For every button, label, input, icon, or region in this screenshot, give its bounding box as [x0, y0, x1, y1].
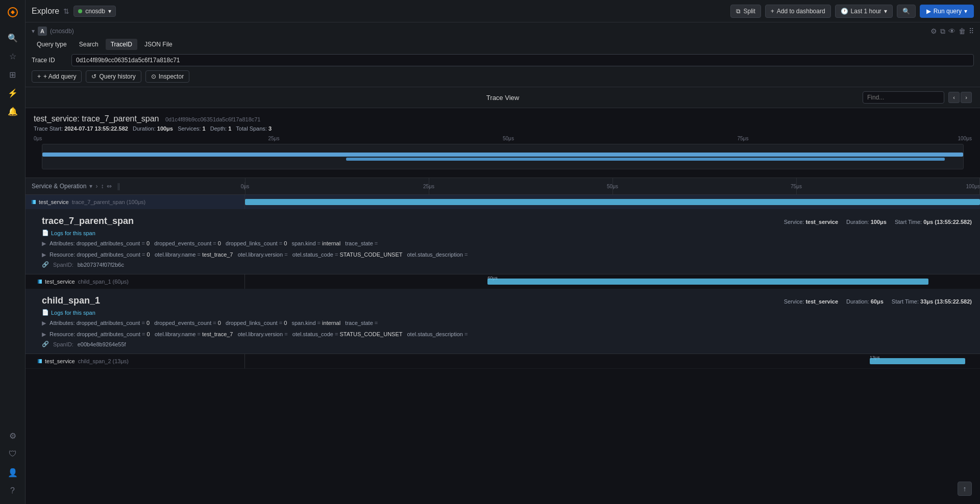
sidebar-item-starred[interactable]: ☆	[5, 48, 21, 64]
query-row-actions: ⚙ ⧉ 👁 🗑 ⠿	[930, 27, 974, 36]
span-attrs-1: ▶ Attributes: dropped_attributes_count =…	[42, 239, 972, 248]
span-op-3: child_span_2 (13μs)	[78, 358, 129, 364]
resize-icon[interactable]: ⇔	[107, 183, 112, 190]
span-svc-2: test_service	[45, 279, 75, 285]
meta-duration-val-1: 100μs	[871, 219, 887, 225]
span-color-3	[38, 359, 42, 363]
trace-id-row: Trace ID	[32, 54, 974, 66]
attrs-expand-2[interactable]: ▶	[42, 320, 46, 326]
depth-value: 1	[228, 125, 231, 132]
attrs-label-2: Attributes:	[50, 320, 75, 326]
expand-one-icon[interactable]: ›	[95, 183, 97, 190]
query-drag-icon[interactable]: ⠿	[969, 27, 974, 36]
find-next-button[interactable]: ›	[961, 92, 972, 103]
ruler-75: 75μs	[738, 136, 749, 141]
span-op-1: trace_7_parent_span (100μs)	[72, 199, 146, 205]
zoom-out-button[interactable]: 🔍	[897, 5, 916, 18]
tab-json-file[interactable]: JSON File	[139, 39, 178, 50]
span-row-3[interactable]: test_service child_span_2 (13μs) 13μs	[26, 354, 980, 369]
resource-expand-1[interactable]: ▶	[42, 251, 46, 258]
span-resource-2: ▶ Resource: dropped_attributes_count = 0…	[42, 330, 972, 339]
tab-trace-id[interactable]: TraceID	[106, 39, 137, 50]
query-history-button[interactable]: ↺ Query history	[86, 70, 141, 83]
span-label-col-3: test_service child_span_2 (13μs)	[26, 354, 245, 368]
tab-search[interactable]: Search	[74, 39, 104, 50]
span-detail-header-2: child_span_1 Service: test_service Durat…	[42, 295, 972, 306]
attrs-fields-2: dropped_attributes_count = 0 dropped_eve…	[77, 320, 378, 326]
trace-id-input[interactable]	[71, 54, 974, 66]
span-id-row-2: 🔗 SpanID: e00b4e8b9264e55f	[42, 341, 972, 347]
logs-link-1[interactable]: 📄 Logs for this span	[42, 230, 972, 236]
datasource-indicator	[78, 9, 82, 13]
run-query-button[interactable]: ▶ Run query ▾	[920, 5, 974, 18]
sidebar-item-dashboards[interactable]: ⊞	[5, 66, 21, 83]
share-icon[interactable]: ⇅	[63, 7, 69, 15]
expand-all-icon[interactable]: ↕	[101, 183, 104, 190]
inspector-button[interactable]: ⊙ Inspector	[145, 70, 189, 83]
attrs-label-1: Attributes:	[50, 240, 75, 246]
services-value: 1	[202, 125, 205, 132]
span-svc-3: test_service	[45, 358, 75, 364]
query-letter: A	[38, 27, 47, 36]
span-row-1[interactable]: test_service trace_7_parent_span (100μs)	[26, 195, 980, 210]
tab-query-type[interactable]: Query type	[32, 39, 72, 50]
trace-id-badge: 0d1c4f89b9cc06351da5c6f17a818c71	[165, 116, 261, 122]
sidebar-item-settings[interactable]: ⚙	[5, 427, 21, 444]
duration-value: 100μs	[157, 125, 173, 132]
time-range-chevron: ▾	[884, 8, 887, 15]
minimap-bar-2	[346, 158, 898, 161]
svc-op-text: Service & Operation	[32, 183, 86, 190]
sidebar-item-shield[interactable]: 🛡	[5, 446, 21, 462]
query-settings-icon[interactable]: ⚙	[930, 27, 937, 36]
span-row-2[interactable]: test_service child_span_1 (60μs) 60μs	[26, 274, 980, 289]
add-dashboard-label: Add to dashboard	[777, 8, 825, 15]
datasource-selector[interactable]: cnosdb ▾	[74, 6, 116, 17]
sidebar-item-help[interactable]: ?	[5, 483, 21, 499]
collapse-all-icon[interactable]: ▾	[89, 183, 92, 190]
attrs-expand-1[interactable]: ▶	[42, 240, 46, 246]
add-dashboard-button[interactable]: + Add to dashboard	[765, 5, 831, 18]
add-query-button[interactable]: + + Add query	[32, 70, 82, 83]
inspector-label: Inspector	[159, 73, 184, 80]
meta-duration-label-2: Duration: 60μs	[846, 298, 884, 305]
scroll-to-top-button[interactable]: ↑	[958, 482, 972, 496]
logs-link-2[interactable]: 📄 Logs for this span	[42, 309, 972, 316]
split-button[interactable]: ⧉ Split	[730, 5, 761, 18]
sidebar-item-user[interactable]: 👤	[5, 464, 21, 481]
sidebar: 🔍 ☆ ⊞ ⚡ 🔔 ⚙ 🛡 👤 ?	[0, 0, 26, 504]
app-title: Explore	[32, 7, 59, 16]
span-timeline-3: 13μs	[245, 354, 980, 368]
minimap-bar-1	[42, 153, 963, 157]
link-icon-1: 🔗	[42, 261, 49, 268]
main-content: Explore ⇅ cnosdb ▾ ⧉ Split + Add to dash…	[26, 0, 980, 504]
query-history-label: Query history	[99, 73, 135, 80]
meta-starttime-val-2: 33μs (13:55:22.582)	[920, 298, 972, 305]
add-dashboard-icon: +	[771, 8, 774, 15]
resource-expand-2[interactable]: ▶	[42, 331, 46, 337]
span-detail-header-1: trace_7_parent_span Service: test_servic…	[42, 216, 972, 226]
meta-service-label-1: Service: test_service	[784, 219, 838, 225]
timeline-ticks: 0μs 25μs 50μs 75μs 100μs	[245, 178, 980, 195]
tick-100: 100μs	[966, 184, 980, 189]
span-timeline-2: 60μs	[245, 274, 980, 289]
run-query-label: Run query	[934, 8, 962, 15]
depth-label: Depth:	[210, 125, 227, 132]
trace-view: Trace View ‹ › test_service: trace_7_par…	[26, 87, 980, 504]
trace-find-input[interactable]	[863, 91, 944, 104]
query-panel: ▾ A (cnosdb) ⚙ ⧉ 👁 🗑 ⠿ Query type Search…	[26, 22, 980, 87]
run-query-chevron: ▾	[964, 8, 967, 15]
trace-start-label: Trace Start:	[34, 125, 63, 132]
span-id-label-1: SpanID:	[53, 262, 74, 268]
collapse-icon[interactable]: ▾	[32, 28, 35, 35]
trace-view-header-bar: Trace View ‹ ›	[26, 87, 980, 108]
resource-fields-2: dropped_attributes_count = 0 otel.librar…	[77, 331, 468, 337]
sidebar-item-alerts[interactable]: 🔔	[5, 103, 21, 119]
find-prev-button[interactable]: ‹	[948, 92, 960, 103]
sidebar-item-search[interactable]: 🔍	[5, 30, 21, 46]
query-duplicate-icon[interactable]: ⧉	[940, 27, 945, 36]
divider: ‖	[117, 182, 120, 190]
query-eye-icon[interactable]: 👁	[948, 27, 955, 36]
sidebar-item-explore[interactable]: ⚡	[5, 85, 21, 101]
time-range-button[interactable]: 🕐 Last 1 hour ▾	[835, 5, 893, 18]
query-delete-icon[interactable]: 🗑	[959, 27, 966, 36]
